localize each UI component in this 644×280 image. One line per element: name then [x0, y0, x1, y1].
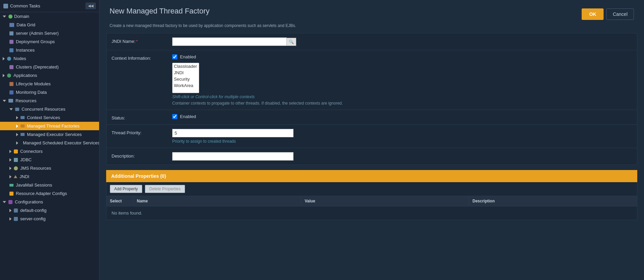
context-desc: Container contexts to propagate to other… [172, 101, 632, 106]
default-config-icon [14, 208, 18, 213]
main-content: New Managed Thread Factory OK Cancel Cre… [99, 0, 644, 280]
ok-button[interactable]: OK [582, 8, 604, 20]
sidebar-item-connectors[interactable]: Connectors [0, 147, 99, 156]
clusters-icon [9, 65, 13, 69]
context-option-workarea[interactable]: WorkArea [173, 82, 199, 89]
jdbc-icon [14, 158, 18, 162]
context-list-select[interactable]: Classloader JNDI Security WorkArea [172, 63, 199, 93]
monitor-icon [9, 90, 13, 94]
context-enabled-checkbox[interactable] [172, 54, 177, 59]
server-config-icon [14, 217, 18, 221]
domain-icon [8, 15, 12, 19]
thread-priority-input[interactable] [172, 129, 294, 137]
thread-priority-control: Priority to assign to created threads [172, 129, 632, 144]
col-description: Description [469, 196, 637, 206]
sidebar-item-label: JDBC [20, 157, 32, 162]
sidebar-item-concurrent-resources[interactable]: Concurrent Resources [0, 105, 99, 113]
sidebar-item-label: Lifecycle Modules [16, 81, 51, 86]
jndi-icon [14, 175, 17, 178]
sidebar-item-admin-server[interactable]: server (Admin Server) [0, 29, 99, 37]
sidebar: Common Tasks ◀◀ Domain Data Grid server … [0, 0, 99, 280]
page-title: New Managed Thread Factory [110, 7, 210, 16]
delete-properties-button[interactable]: Delete Properties [145, 185, 185, 193]
sidebar-item-jdbc[interactable]: JDBC [0, 156, 99, 164]
sidebar-item-nodes[interactable]: Nodes [0, 54, 99, 63]
table-empty-message: No items found. [106, 206, 637, 220]
col-value: Value [301, 196, 469, 206]
context-option-security[interactable]: Security [173, 76, 199, 82]
context-option-jndi[interactable]: JNDI [173, 69, 199, 76]
managed-executor-icon [21, 133, 25, 136]
concurrent-folder-icon [15, 108, 19, 111]
expand-icon [9, 158, 11, 162]
sidebar-item-default-config[interactable]: default-config [0, 206, 99, 215]
sidebar-item-lifecycle-modules[interactable]: Lifecycle Modules [0, 80, 99, 88]
description-input[interactable] [172, 152, 294, 161]
sidebar-item-server-config[interactable]: server-config [0, 215, 99, 223]
context-list-wrapper: Classloader JNDI Security WorkArea [172, 63, 632, 93]
resources-folder-icon [8, 99, 13, 103]
expand-icon [3, 201, 6, 203]
expand-icon [16, 141, 18, 145]
expand-icon [3, 16, 6, 18]
properties-table: Select Name Value Description No items f… [106, 196, 637, 220]
deployment-icon [9, 40, 13, 44]
add-property-button[interactable]: Add Property [110, 185, 142, 193]
context-information-row: Context Information: Enabled Classloader… [106, 50, 637, 110]
title-area: New Managed Thread Factory [110, 7, 210, 16]
lifecycle-icon [9, 82, 13, 86]
common-tasks-icon [3, 4, 8, 8]
server-icon [9, 31, 13, 35]
sidebar-item-label: Configurations [15, 199, 43, 204]
sidebar-item-domain[interactable]: Domain [0, 12, 99, 21]
sidebar-item-label: default-config [20, 208, 47, 213]
sidebar-item-label: Nodes [13, 56, 26, 61]
sidebar-item-applications[interactable]: Applications [0, 71, 99, 80]
jndi-name-input[interactable] [172, 37, 287, 46]
sidebar-item-managed-scheduled-executor-services[interactable]: Managed Scheduled Executor Services [0, 139, 99, 147]
sidebar-item-resource-adapter-configs[interactable]: Resource Adapter Configs [0, 189, 99, 198]
expand-icon [9, 175, 11, 178]
sidebar-item-jndi[interactable]: JNDI [0, 172, 99, 181]
sidebar-item-deployment-groups[interactable]: Deployment Groups [0, 37, 99, 46]
sidebar-item-clusters[interactable]: Clusters (Deprecated) [0, 63, 99, 71]
sidebar-item-data-grid[interactable]: Data Grid [0, 21, 99, 29]
sidebar-item-resources[interactable]: Resources [0, 96, 99, 105]
sidebar-item-label: Deployment Groups [16, 39, 55, 44]
sidebar-header: Common Tasks ◀◀ [0, 0, 99, 12]
cancel-button[interactable]: Cancel [606, 8, 634, 20]
context-enabled-label: Enabled [180, 54, 196, 59]
context-option-classloader[interactable]: Classloader [173, 63, 199, 69]
sidebar-item-label: Applications [13, 73, 37, 78]
managed-thread-factory-icon [21, 124, 25, 128]
collapse-button[interactable]: ◀◀ [86, 3, 96, 9]
additional-properties-header[interactable]: Additional Properties (0) [106, 170, 637, 182]
sidebar-item-monitoring-data[interactable]: Monitoring Data [0, 88, 99, 96]
configurations-icon [8, 200, 12, 204]
thread-priority-label: Thread Priority: [112, 129, 172, 135]
status-enabled-label: Enabled [180, 114, 196, 119]
sidebar-item-javamail-sessions[interactable]: JavaMail Sessions [0, 181, 99, 189]
status-label: Status: [112, 114, 172, 120]
page-header: New Managed Thread Factory OK Cancel [99, 0, 644, 23]
table-header: Select Name Value Description [106, 196, 637, 206]
sidebar-item-label: server-config [20, 216, 45, 221]
sidebar-item-label: Domain [14, 14, 29, 19]
jndi-lookup-button[interactable]: 🔍 [287, 38, 296, 46]
sidebar-item-label: Managed Thread Factories [27, 123, 80, 129]
sidebar-item-managed-executor-services[interactable]: Managed Executor Services [0, 130, 99, 139]
expand-icon [16, 124, 18, 128]
context-services-icon [21, 116, 25, 119]
sidebar-title-label: Common Tasks [10, 3, 40, 8]
sidebar-item-configurations[interactable]: Configurations [0, 198, 99, 206]
expand-icon [9, 167, 11, 170]
jndi-input-wrapper: 🔍 [172, 37, 632, 46]
sidebar-item-instances[interactable]: Instances [0, 46, 99, 54]
sidebar-item-label: Monitoring Data [16, 90, 47, 95]
applications-icon [7, 74, 11, 78]
sidebar-item-managed-thread-factories[interactable]: Managed Thread Factories [0, 122, 99, 130]
status-enabled-checkbox[interactable] [172, 114, 177, 119]
col-name: Name [133, 196, 301, 206]
sidebar-item-jms-resources[interactable]: JMS Resources [0, 164, 99, 172]
sidebar-item-context-services[interactable]: Context Services [0, 113, 99, 122]
